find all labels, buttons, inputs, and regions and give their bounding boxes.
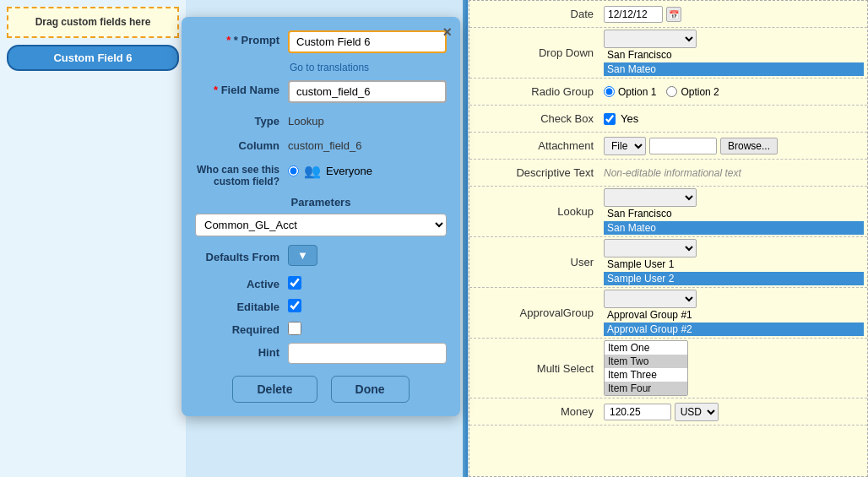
hint-row: Hint	[195, 343, 447, 364]
user-label: User	[469, 252, 600, 272]
user-select[interactable]: Sample User 1 Sample User 2	[604, 239, 697, 257]
checkbox-input[interactable]	[604, 113, 616, 125]
field-name-input[interactable]	[288, 80, 447, 103]
radio-label-2: Option 2	[681, 86, 719, 98]
left-panel: Drag custom fields here Custom Field 6	[0, 0, 186, 477]
lookup-selected: San Mateo	[604, 221, 864, 235]
attachment-type-select[interactable]: File	[604, 137, 646, 155]
approval-group-label: ApprovalGroup	[469, 303, 600, 323]
defaults-from-label: Defaults From	[195, 247, 288, 263]
delete-button[interactable]: Delete	[232, 376, 317, 403]
active-checkbox[interactable]	[288, 276, 301, 290]
hint-label: Hint	[195, 343, 288, 359]
dropdown-select[interactable]: San Francisco San Mateo	[604, 30, 697, 48]
checkbox-row: Check Box Yes	[469, 106, 867, 133]
lookup-unselected: San Francisco	[604, 207, 864, 220]
radio-input-2[interactable]	[666, 86, 677, 97]
descriptive-text-label: Descriptive Text	[469, 163, 600, 182]
everyone-label: Everyone	[326, 165, 372, 177]
checkbox-value: Yes	[600, 111, 867, 127]
approval-group-value: Approval Group #1 Approval Group #2 Appr…	[600, 288, 867, 338]
custom-field-button[interactable]: Custom Field 6	[7, 45, 179, 71]
dropdown-row: Drop Down San Francisco San Mateo San Fr…	[469, 28, 867, 79]
multi-select-value: Item One Item Two Item Three Item Four	[600, 339, 867, 398]
parameters-label: Parameters	[195, 196, 447, 209]
parameters-select[interactable]: Common_GL_Acct	[195, 214, 447, 236]
approval-group-row: ApprovalGroup Approval Group #1 Approval…	[469, 288, 867, 339]
close-button[interactable]: ×	[442, 24, 452, 41]
drag-zone: Drag custom fields here	[7, 7, 179, 38]
user-value: Sample User 1 Sample User 2 Sample User …	[600, 237, 867, 287]
money-label: Money	[469, 402, 600, 421]
custom-field-modal: × * * Prompt Go to translations * Field …	[182, 17, 460, 416]
descriptive-text-row: Descriptive Text Non-editable informatio…	[469, 160, 867, 187]
money-amount-input[interactable]	[604, 404, 671, 420]
descriptive-text-content: Non-editable informational text	[604, 167, 741, 179]
attachment-row: Attachment File Browse...	[469, 133, 867, 160]
prompt-label: * * Prompt	[195, 30, 288, 46]
user-row: User Sample User 1 Sample User 2 Sample …	[469, 237, 867, 288]
calendar-icon[interactable]: 📅	[666, 7, 681, 22]
money-currency-select[interactable]: USD EUR GBP	[675, 403, 719, 421]
parameters-select-row: Common_GL_Acct	[195, 214, 447, 236]
radio-input-1[interactable]	[604, 86, 615, 97]
radio-group-label: Radio Group	[469, 82, 600, 101]
dropdown-label: Drop Down	[469, 43, 600, 62]
browse-button[interactable]: Browse...	[720, 138, 778, 154]
type-row: Type Lookup	[195, 111, 447, 127]
active-row: Active	[195, 274, 447, 290]
dropdown-value: San Francisco San Mateo San Francisco Sa…	[600, 28, 867, 78]
defaults-dropdown-button[interactable]: ▼	[288, 245, 317, 266]
attachment-controls: File Browse...	[604, 137, 864, 155]
attachment-filename[interactable]	[649, 138, 717, 154]
approval-unselected: Approval Group #1	[604, 308, 864, 322]
dropdown-selected: San Mateo	[604, 62, 864, 76]
prompt-row: * * Prompt	[195, 30, 447, 53]
editable-row: Editable	[195, 297, 447, 313]
done-button[interactable]: Done	[331, 376, 410, 403]
multi-select-row: Multi Select Item One Item Two Item Thre…	[469, 339, 867, 398]
date-label: Date	[469, 4, 600, 24]
money-value: USD EUR GBP	[600, 401, 867, 423]
radio-group-row: Radio Group Option 1 Option 2	[469, 79, 867, 106]
user-unselected: Sample User 1	[604, 257, 864, 271]
type-value: Lookup	[288, 111, 447, 127]
drag-zone-label: Drag custom fields here	[35, 16, 151, 28]
lookup-select[interactable]: San Francisco San Mateo	[604, 188, 697, 207]
field-name-row: * Field Name	[195, 80, 447, 103]
editable-checkbox[interactable]	[288, 299, 301, 312]
editable-label: Editable	[195, 297, 288, 313]
form-preview-panel: Date 📅 Drop Down San Francisco San Mateo…	[469, 0, 868, 477]
approval-group-select[interactable]: Approval Group #1 Approval Group #2	[604, 290, 697, 308]
radio-option-2: Option 2	[666, 86, 719, 98]
checkbox-text: Yes	[621, 112, 638, 125]
lookup-label: Lookup	[469, 202, 600, 221]
checkbox-label: Check Box	[469, 109, 600, 128]
approval-selected: Approval Group #2	[604, 323, 864, 336]
active-label: Active	[195, 274, 288, 290]
field-name-label: * Field Name	[195, 80, 288, 96]
attachment-value: File Browse...	[600, 135, 867, 157]
visibility-radio[interactable]	[288, 165, 299, 176]
descriptive-text-value: Non-editable informational text	[600, 165, 867, 181]
attachment-label: Attachment	[469, 136, 600, 155]
hint-input[interactable]	[288, 343, 447, 364]
modal-buttons: Delete Done	[195, 376, 447, 403]
lookup-row: Lookup San Francisco San Mateo San Franc…	[469, 187, 867, 237]
checkbox-container: Yes	[604, 112, 864, 125]
required-label: Required	[195, 320, 288, 336]
date-row: Date 📅	[469, 1, 867, 28]
date-input[interactable]	[604, 6, 663, 23]
radio-options: Option 1 Option 2	[604, 86, 864, 98]
column-label: Column	[195, 136, 288, 152]
required-checkbox[interactable]	[288, 322, 301, 335]
user-selected: Sample User 2	[604, 272, 864, 285]
radio-label-1: Option 1	[618, 86, 656, 98]
go-translations-link[interactable]: Go to translations	[290, 62, 447, 73]
multi-select-input[interactable]: Item One Item Two Item Three Item Four	[604, 340, 688, 396]
defaults-from-row: Defaults From ▼	[195, 245, 447, 266]
prompt-input[interactable]	[288, 30, 447, 53]
multi-select-label: Multi Select	[469, 359, 600, 378]
dropdown-unselected: San Francisco	[604, 48, 864, 62]
who-can-see-options: 👥 Everyone	[288, 160, 372, 179]
